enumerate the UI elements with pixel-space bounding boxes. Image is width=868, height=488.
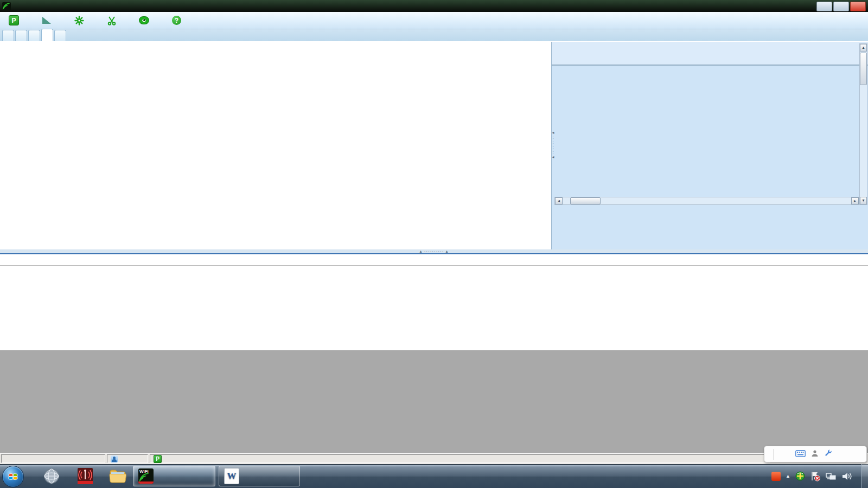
tab-test-output[interactable] bbox=[41, 29, 53, 41]
scissors-icon bbox=[106, 15, 117, 25]
scroll-right-icon[interactable]: ▸ bbox=[851, 197, 859, 204]
project-icon: P bbox=[9, 15, 19, 25]
info-row-test-ch bbox=[555, 103, 860, 121]
tonscend-logo bbox=[826, 13, 864, 30]
wifi-app-icon: WiFi bbox=[138, 468, 154, 484]
menu-settings[interactable] bbox=[72, 14, 90, 27]
sogou-tray-icon[interactable] bbox=[771, 472, 781, 481]
status-bar: P bbox=[0, 453, 868, 464]
start-button[interactable] bbox=[2, 466, 24, 487]
vscroll-thumb[interactable] bbox=[860, 53, 867, 85]
scroll-up-icon[interactable]: ▴ bbox=[860, 44, 867, 52]
sogou-input-toolbar bbox=[764, 446, 867, 463]
info-row-test-case bbox=[552, 42, 868, 66]
tab-bar bbox=[0, 29, 868, 42]
table-header-row bbox=[0, 254, 868, 266]
tab-test-plan[interactable] bbox=[15, 30, 27, 41]
table-splitter[interactable]: ▴ ·········· ▴ bbox=[0, 249, 868, 253]
person-icon[interactable] bbox=[811, 450, 819, 459]
panel-splitter-handle[interactable]: ◂::::◂ bbox=[551, 130, 555, 168]
tab-test-run[interactable] bbox=[28, 30, 40, 41]
help-icon: ? bbox=[171, 15, 182, 25]
tab-test-project[interactable] bbox=[2, 30, 14, 41]
menu-measurement[interactable] bbox=[39, 14, 58, 27]
user-icon bbox=[111, 455, 118, 463]
info-row-test-result bbox=[555, 158, 860, 177]
screen: P ? bbox=[0, 0, 868, 488]
run-status-text bbox=[560, 207, 853, 248]
keyboard-icon[interactable] bbox=[795, 450, 806, 459]
info-hscrollbar[interactable]: ◂ ▸ bbox=[554, 197, 859, 205]
tray-expand-icon[interactable]: ▲ bbox=[786, 473, 790, 479]
scroll-left-icon[interactable]: ◂ bbox=[555, 197, 563, 204]
menu-project[interactable]: P bbox=[7, 14, 25, 27]
project-icon: P bbox=[154, 455, 162, 463]
word-doc-icon: W bbox=[224, 468, 239, 484]
ruler-icon bbox=[41, 15, 52, 25]
globe-launcher-icon[interactable] bbox=[42, 467, 61, 485]
info-row-test-ant bbox=[555, 85, 860, 103]
taskbar-task-tonscend[interactable]: WiFi bbox=[133, 466, 215, 486]
minimize-button[interactable] bbox=[816, 2, 832, 11]
close-button[interactable] bbox=[850, 2, 866, 11]
windows-flag-icon bbox=[8, 471, 18, 482]
info-row-test-verdict bbox=[555, 177, 860, 195]
wrench-icon[interactable] bbox=[824, 449, 832, 459]
scroll-down-icon[interactable]: ▾ bbox=[860, 197, 867, 204]
info-row-test-mod bbox=[555, 66, 860, 85]
status-project: P bbox=[150, 454, 770, 463]
maximize-button[interactable] bbox=[833, 2, 849, 11]
empty-workspace bbox=[0, 350, 868, 453]
test-result-table bbox=[0, 253, 868, 350]
gear-icon bbox=[74, 15, 84, 25]
info-row-test-vol bbox=[555, 121, 860, 140]
hscroll-thumb[interactable] bbox=[570, 197, 601, 204]
menu-view[interactable] bbox=[137, 14, 155, 27]
status-user bbox=[107, 454, 148, 463]
taskbar-task-word[interactable]: W bbox=[219, 466, 300, 486]
menu-tools[interactable] bbox=[104, 14, 123, 27]
system-tray: ▲ bbox=[767, 464, 857, 488]
tab-test-result[interactable] bbox=[54, 30, 66, 41]
taskbar bbox=[0, 464, 868, 488]
antenna-app-icon[interactable] bbox=[76, 467, 94, 485]
info-row-test-temp bbox=[555, 140, 860, 158]
network-icon[interactable] bbox=[826, 471, 837, 481]
app-icon bbox=[2, 2, 11, 10]
menu-help[interactable]: ? bbox=[169, 14, 188, 27]
show-desktop-button[interactable] bbox=[861, 464, 868, 488]
folder-icon[interactable] bbox=[108, 467, 127, 485]
action-center-flag-icon[interactable] bbox=[810, 471, 821, 481]
volume-icon[interactable] bbox=[841, 472, 852, 481]
rf-power-chart-panel bbox=[0, 42, 551, 249]
eye-icon bbox=[139, 15, 149, 25]
info-vscrollbar[interactable]: ▴ ▾ bbox=[859, 43, 867, 205]
window-titlebar bbox=[0, 0, 868, 12]
menu-bar: P ? bbox=[0, 12, 868, 29]
status-company bbox=[1, 454, 105, 463]
antivirus-tray-icon[interactable] bbox=[795, 471, 805, 481]
